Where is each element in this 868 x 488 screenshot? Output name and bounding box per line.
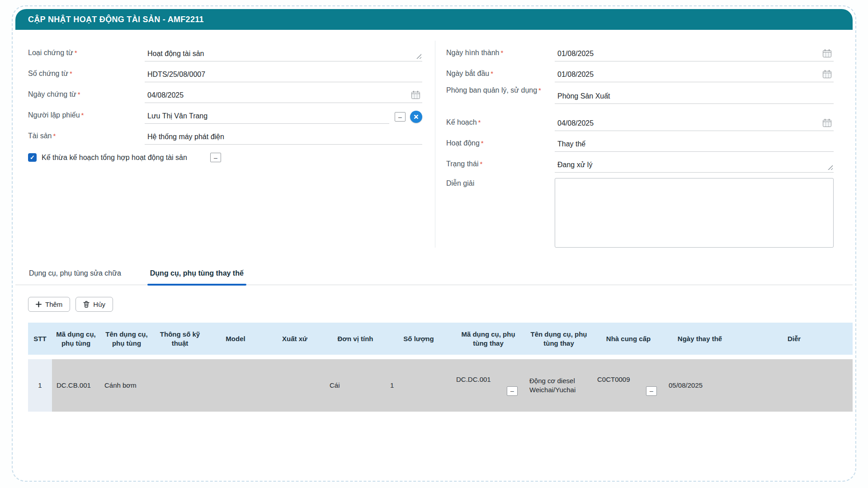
cell-dien-giai: [736, 359, 853, 412]
field-label-text: Ngày bắt đầu: [446, 70, 489, 77]
field-value: HDTS/25/08/0007: [147, 70, 420, 79]
inherit-plan-checkbox[interactable]: [28, 153, 37, 162]
tab-dung-cu-sua-chua[interactable]: Dụng cụ, phụ tùng sửa chữa: [28, 267, 122, 285]
form-column-right: Ngày hình thành* 01/08/2025 Ngày bắt đầu…: [435, 41, 853, 248]
table-header-row: STT Mã dụng cụ, phụ tùng Tên dụng cụ, ph…: [28, 323, 853, 355]
cell-thong-so: [153, 359, 207, 412]
delete-button-label: Hủy: [93, 300, 105, 308]
field-so-chung-tu: Số chứng từ* HDTS/25/08/0007: [28, 61, 422, 82]
cell-ma-thay-value: DC.DC.001: [456, 375, 520, 384]
calendar-icon[interactable]: [822, 118, 832, 127]
cell-ten-thay: Động cơ diesel Weichai/Yuchai: [525, 359, 593, 412]
calendar-icon[interactable]: [411, 90, 420, 99]
field-nguoi-lap-phieu: Người lập phiếu* Lưu Thị Vân Trang –: [28, 103, 422, 124]
field-value: Hệ thống máy phát điện: [147, 133, 420, 141]
field-value: Lưu Thị Vân Trang: [147, 112, 387, 120]
lookup-button[interactable]: –: [210, 153, 221, 162]
delete-button[interactable]: Hủy: [75, 297, 113, 312]
detail-tabs: Dụng cụ, phụ tùng sửa chữa Dụng cụ, phụ …: [15, 267, 853, 285]
form-column-left: Loại chứng từ* Hoạt động tài sản Số chứn…: [28, 41, 435, 248]
inherit-plan-row: Kế thừa kế hoạch tổng hợp hoạt động tài …: [28, 153, 422, 162]
grid-toolbar: Thêm Hủy: [28, 297, 853, 312]
col-ngay-thay-the: Ngày thay thế: [664, 323, 736, 355]
field-phong-ban: Phòng ban quản lý, sử dụng* Phòng Sản Xu…: [446, 82, 834, 110]
page: CẬP NHẬT HOẠT ĐỘNG TÀI SẢN - AMF2211 Loạ…: [0, 0, 868, 488]
dien-giai-textarea[interactable]: [555, 178, 834, 248]
form-card-inner: CẬP NHẬT HOẠT ĐỘNG TÀI SẢN - AMF2211 Loạ…: [15, 9, 853, 478]
field-label: Loại chứng từ*: [28, 48, 145, 61]
required-asterisk: *: [478, 118, 481, 126]
lookup-dash: –: [650, 388, 653, 394]
field-label: Kế hoạch*: [446, 118, 555, 131]
trang-thai-input[interactable]: Đang xử lý: [555, 155, 834, 173]
cell-ngay-thay-the: 05/08/2025: [664, 359, 736, 412]
lookup-dash: –: [510, 388, 514, 394]
col-don-vi-tinh: Đơn vị tính: [325, 323, 386, 355]
col-model: Model: [207, 323, 264, 355]
field-label-text: Hoạt động: [446, 139, 480, 147]
ngay-chung-tu-input[interactable]: 04/08/2025: [145, 86, 422, 103]
field-tai-san: Tài sản* Hệ thống máy phát điện: [28, 124, 422, 145]
required-asterisk: *: [481, 139, 484, 147]
parts-table: STT Mã dụng cụ, phụ tùng Tên dụng cụ, ph…: [28, 318, 853, 416]
required-asterisk: *: [491, 70, 493, 77]
inherit-plan-label: Kế thừa kế hoạch tổng hợp hoạt động tài …: [42, 154, 187, 162]
field-label-text: Phòng ban quản lý, sử dụng: [446, 86, 537, 94]
required-asterisk: *: [480, 160, 482, 168]
field-label: Phòng ban quản lý, sử dụng*: [446, 84, 555, 95]
lookup-button[interactable]: –: [395, 112, 406, 122]
col-nha-cung-cap: Nhà cung cấp: [593, 323, 664, 355]
col-so-luong: Số lượng: [386, 323, 452, 355]
add-button-label: Thêm: [45, 300, 62, 308]
col-xuat-xu: Xuất xứ: [264, 323, 325, 355]
field-dien-giai: Diễn giải: [446, 177, 834, 248]
nguoi-lap-phieu-input[interactable]: Lưu Thị Vân Trang: [145, 107, 389, 124]
ngay-hinh-thanh-input[interactable]: 01/08/2025: [555, 44, 834, 61]
cell-ma-thay: DC.DC.001 –: [452, 359, 525, 412]
field-label-text: Trạng thái: [446, 160, 478, 168]
form-card: CẬP NHẬT HOẠT ĐỘNG TÀI SẢN - AMF2211 Loạ…: [12, 5, 856, 482]
ke-hoach-input[interactable]: 04/08/2025: [555, 114, 834, 131]
hoat-dong-input[interactable]: Thay thế: [555, 135, 834, 152]
loai-chung-tu-input[interactable]: Hoạt động tài sản: [145, 44, 422, 61]
field-value: 01/08/2025: [557, 50, 819, 58]
lookup-button[interactable]: –: [646, 386, 657, 396]
cell-nha-cung-cap: C0CT0009 –: [593, 359, 664, 412]
calendar-icon[interactable]: [822, 49, 832, 58]
cell-xuat-xu: [264, 359, 325, 412]
add-button[interactable]: Thêm: [28, 297, 70, 312]
clear-button[interactable]: [410, 111, 422, 123]
table-row[interactable]: 1 DC.CB.001 Cánh bơm Cái 1 DC.DC.001: [28, 359, 853, 412]
so-chung-tu-input[interactable]: HDTS/25/08/0007: [145, 65, 422, 82]
field-label: Ngày chứng từ*: [28, 90, 145, 103]
field-label: Diễn giải: [446, 177, 555, 192]
lookup-button[interactable]: –: [507, 386, 518, 396]
cell-nha-cung-cap-value: C0CT0009: [597, 375, 660, 384]
col-ma-thay: Mã dụng cụ, phụ tùng thay: [452, 323, 525, 355]
tab-dung-cu-thay-the[interactable]: Dụng cụ, phụ tùng thay thế: [149, 267, 245, 285]
field-value: 04/08/2025: [147, 91, 407, 99]
field-label: Người lập phiếu*: [28, 111, 145, 124]
lookup-dash: –: [214, 155, 217, 161]
required-asterisk: *: [75, 49, 77, 56]
required-asterisk: *: [81, 111, 84, 119]
ngay-bat-dau-input[interactable]: 01/08/2025: [555, 65, 834, 82]
calendar-icon[interactable]: [822, 70, 832, 79]
field-value: 04/08/2025: [557, 119, 819, 127]
field-label-text: Diễn giải: [446, 179, 474, 187]
field-widgets: –: [395, 111, 422, 124]
field-label: Trạng thái*: [446, 160, 555, 173]
field-label-text: Ngày hình thành: [446, 49, 499, 56]
field-hoat-dong: Hoạt động* Thay thế: [446, 131, 834, 152]
tai-san-input[interactable]: Hệ thống máy phát điện: [145, 127, 422, 145]
field-ngay-hinh-thanh: Ngày hình thành* 01/08/2025: [446, 41, 834, 61]
field-label: Ngày bắt đầu*: [446, 69, 555, 82]
required-asterisk: *: [538, 86, 541, 94]
plus-icon: [36, 301, 42, 307]
cell-don-vi-tinh: Cái: [325, 359, 386, 412]
col-stt: STT: [28, 323, 52, 355]
field-label-text: Loại chứng từ: [28, 49, 73, 56]
phong-ban-input[interactable]: Phòng Sản Xuất: [555, 87, 834, 104]
col-ten-dung-cu: Tên dụng cụ, phụ tùng: [100, 323, 153, 355]
col-thong-so: Thông số kỹ thuật: [153, 323, 207, 355]
